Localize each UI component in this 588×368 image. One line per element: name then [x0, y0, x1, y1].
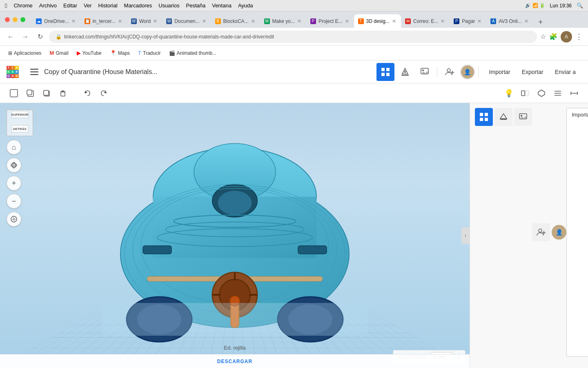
- rp-build-button[interactable]: [494, 108, 512, 126]
- ayuda-menu[interactable]: Ayuda: [238, 2, 253, 9]
- zoom-out-button[interactable]: −: [7, 194, 21, 209]
- svg-rect-22: [61, 92, 65, 96]
- car-model-svg: [82, 123, 388, 348]
- orbit-button[interactable]: [7, 158, 21, 173]
- apple-menu[interactable]: : [5, 2, 7, 9]
- extensions-icon[interactable]: 🧩: [549, 33, 557, 40]
- bookmark-traducir[interactable]: T Traducir: [135, 48, 164, 58]
- build-button[interactable]: [396, 63, 414, 81]
- tab-av3[interactable]: A AV3 Onli... ✕: [486, 14, 533, 28]
- tab-close-correo[interactable]: ✕: [441, 18, 445, 24]
- cube-face-back: DETRÁS: [11, 125, 29, 132]
- tab-favicon-blocksca: B: [215, 18, 221, 24]
- tab-word[interactable]: W Word ✕: [127, 14, 162, 28]
- align-button[interactable]: [550, 86, 565, 101]
- menu-dots[interactable]: ⋮: [575, 32, 583, 41]
- gallery-button[interactable]: [416, 63, 434, 81]
- youtube-label: YouTube: [82, 50, 102, 56]
- new-object-button[interactable]: [7, 86, 21, 101]
- tab-close-word[interactable]: ✕: [153, 18, 157, 24]
- editar-menu[interactable]: Editar: [63, 2, 77, 9]
- ventana-menu[interactable]: Ventana: [212, 2, 232, 9]
- profile-icon[interactable]: A: [561, 31, 572, 43]
- project-title: Copy of Quarantine (House Materials...: [44, 68, 376, 76]
- tab-close-documen[interactable]: ✕: [202, 18, 206, 24]
- bookmark-animated[interactable]: 🎬 Animated thumb...: [166, 49, 220, 58]
- light-bulb-button[interactable]: 💡: [501, 86, 516, 101]
- rp-importar-button[interactable]: Importar: [566, 108, 588, 357]
- redo-button[interactable]: [96, 86, 111, 101]
- bookmark-gmail[interactable]: M Gmail: [46, 48, 71, 58]
- address-bar: ← → ↻ 🔒 tinkercad.com/things/hlVKIAcjCDQ…: [0, 28, 588, 46]
- tab-close-project[interactable]: ✕: [345, 18, 349, 24]
- new-tab-button[interactable]: +: [535, 16, 546, 28]
- 3d-viewport[interactable]: SUPERIOR DETRÁS ⌂ + −: [0, 103, 470, 368]
- rp-user-add-button[interactable]: [532, 223, 550, 241]
- tab-makeyou[interactable]: M Make yo... ✕: [260, 14, 306, 28]
- traffic-light-yellow[interactable]: [13, 17, 18, 22]
- tab-close-threedsign[interactable]: ✕: [392, 18, 396, 24]
- tab-close-blocksca[interactable]: ✕: [251, 18, 255, 24]
- zoom-in-button[interactable]: +: [7, 176, 21, 191]
- rp-profile-button[interactable]: 👤: [552, 225, 566, 240]
- bookmark-star[interactable]: ☆: [540, 33, 546, 40]
- enviar-button[interactable]: Enviar a: [549, 66, 581, 78]
- tab-close-intercer[interactable]: ✕: [118, 18, 122, 24]
- reload-button[interactable]: ↻: [34, 31, 46, 43]
- tab-close-av3[interactable]: ✕: [524, 18, 528, 24]
- marcadores-menu[interactable]: Marcadores: [124, 2, 152, 9]
- svg-point-76: [539, 229, 542, 232]
- forward-button[interactable]: →: [20, 31, 31, 43]
- measure-button[interactable]: [567, 86, 581, 101]
- pestana-menu[interactable]: Pestaña: [186, 2, 205, 9]
- tab-blocksca[interactable]: B BlocksCA... ✕: [211, 14, 260, 28]
- usuarios-menu[interactable]: Usuarios: [158, 2, 179, 9]
- tinkercad-logo[interactable]: T I N K E R C A D: [7, 66, 23, 78]
- tab-onedrive[interactable]: ☁ OneDrive... ✕: [32, 14, 80, 28]
- tab-close-makeyou[interactable]: ✕: [297, 18, 301, 24]
- tab-threedsign[interactable]: T 3D desig... ✕: [354, 14, 401, 28]
- grid-view-button[interactable]: [376, 63, 394, 81]
- mirror-button[interactable]: [518, 86, 532, 101]
- traffic-light-red[interactable]: [5, 17, 10, 22]
- exportar-button[interactable]: Exportar: [516, 66, 549, 78]
- tab-label-correo: Correo: E...: [413, 18, 438, 24]
- bookmark-apps[interactable]: ⊞ Aplicaciones: [5, 49, 45, 58]
- bookmark-youtube[interactable]: ▶ YouTube: [74, 48, 105, 58]
- tab-pagar[interactable]: P Pagar ✕: [450, 14, 486, 28]
- importar-button[interactable]: Importar: [483, 66, 516, 78]
- delete-button[interactable]: [56, 86, 70, 101]
- profile-avatar[interactable]: 👤: [460, 65, 475, 79]
- system-icons: 🔊 📶 🔋: [525, 3, 545, 8]
- bookmark-maps[interactable]: 📍 Maps: [107, 48, 133, 58]
- group-button[interactable]: [534, 86, 549, 101]
- panel-collapse-handle[interactable]: ›: [461, 227, 470, 244]
- rp-gallery-button[interactable]: [514, 108, 532, 126]
- tinkercad-toolbar: T I N K E R C A D Copy of Qua: [0, 61, 588, 83]
- undo-button[interactable]: [80, 86, 95, 101]
- home-button[interactable]: ⌂: [7, 140, 21, 155]
- duplicate-button[interactable]: [39, 86, 54, 101]
- traffic-light-green[interactable]: [20, 17, 25, 22]
- tab-close-onedrive[interactable]: ✕: [71, 18, 76, 24]
- tab-intercer[interactable]: 📋 in_tercer... ✕: [80, 14, 127, 28]
- rp-grid-button[interactable]: [475, 108, 493, 126]
- ver-menu[interactable]: Ver: [84, 2, 92, 9]
- view-orientation-cube[interactable]: SUPERIOR DETRÁS: [7, 110, 33, 136]
- back-button[interactable]: ←: [5, 31, 16, 43]
- fit-view-button[interactable]: [7, 212, 21, 227]
- url-input[interactable]: 🔒 tinkercad.com/things/hlVKIAcjCDQ-copy-…: [49, 31, 537, 43]
- add-user-button[interactable]: [441, 63, 459, 81]
- hamburger-menu[interactable]: [28, 65, 41, 79]
- animated-label: Animated thumb...: [177, 50, 216, 56]
- tab-project[interactable]: P Project E... ✕: [306, 14, 354, 28]
- tab-documen[interactable]: W Documen... ✕: [162, 14, 211, 28]
- bookmarks-bar: ⊞ Aplicaciones M Gmail ▶ YouTube 📍 Maps …: [0, 46, 588, 61]
- search-icon[interactable]: 🔍: [577, 2, 583, 9]
- chrome-menu[interactable]: Chrome: [13, 2, 32, 9]
- tab-correo[interactable]: ✉ Correo: E... ✕: [401, 14, 450, 28]
- archivo-menu[interactable]: Archivo: [39, 2, 57, 9]
- tab-close-pagar[interactable]: ✕: [477, 18, 481, 24]
- historial-menu[interactable]: Historial: [98, 2, 118, 9]
- copy-button[interactable]: [23, 86, 38, 101]
